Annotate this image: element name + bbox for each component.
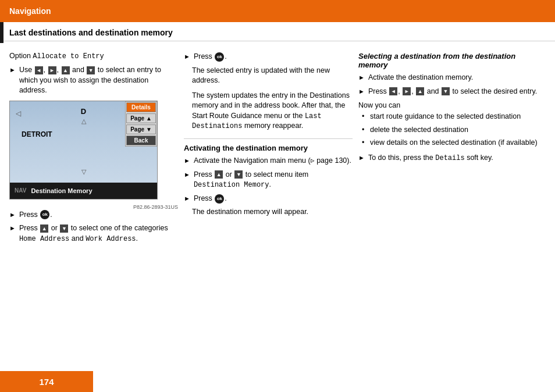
press-updown-item: ► Press ▲ or ▼ to select one of the cate… xyxy=(9,223,178,244)
activate-dest-text: Activate the destination memory. xyxy=(368,73,546,83)
use-buttons-item: ► Use ◄, ►, ▲ and ▼ to select an entry t… xyxy=(9,65,178,96)
right-btn-r: ► xyxy=(403,87,411,95)
nav-city: DETROIT xyxy=(22,130,52,138)
left-arrow-btn: ◄ xyxy=(35,66,43,74)
ok-btn-1: ok xyxy=(40,210,49,219)
sub-header: Last destinations and destination memory xyxy=(0,22,555,41)
nav-map: ◁ D △ DETROIT ▽ Details Page ▲ Page ▼ Ba… xyxy=(10,101,157,183)
activate-nav-item: ► Activate the Navigation main menu (▹ p… xyxy=(184,156,353,166)
up-btn-3: ▲ xyxy=(215,170,223,179)
activate-dest-item: ► Activate the destination memory. xyxy=(358,73,546,83)
press-select-item: ► Press ◄, ►, ▲ and ▼ to select the desi… xyxy=(358,87,546,97)
final-item-text: To do this, press the Details soft key. xyxy=(368,153,546,163)
option-mono: Allocate to Entry xyxy=(33,52,104,60)
activating-header: Activating the destination memory xyxy=(184,144,353,152)
nav-status-bar: NAV Destination Memory xyxy=(10,183,157,199)
up-arrow-btn: ▲ xyxy=(62,66,70,74)
details-mono: Details xyxy=(435,154,464,162)
press-ok-1-item: ► Press ok. xyxy=(9,210,178,220)
page-footer: 174 xyxy=(0,371,93,392)
header: Navigation xyxy=(0,0,555,22)
divider-1 xyxy=(184,138,353,139)
work-address-mono: Work Address xyxy=(86,235,136,243)
press-dest-item: ► Press ▲ or ▼ to select menu item Desti… xyxy=(184,170,353,190)
dot-list-item-2: delete the selected destination xyxy=(362,125,546,136)
details-btn[interactable]: Details xyxy=(126,102,156,112)
back-btn[interactable]: Back xyxy=(126,136,156,145)
arrow-icon-7: ► xyxy=(184,194,190,203)
system-updates-text: The system updates the entry in the Dest… xyxy=(192,91,353,132)
page-number: 174 xyxy=(39,377,54,387)
nav-buttons: Details Page ▲ Page ▼ Back xyxy=(125,101,157,147)
right-arrow-btn: ► xyxy=(48,66,56,74)
nav-image: ◁ D △ DETROIT ▽ Details Page ▲ Page ▼ Ba… xyxy=(9,101,158,199)
left-btn-r: ◄ xyxy=(389,87,397,95)
page-up-btn[interactable]: Page ▲ xyxy=(126,113,156,123)
arrow-icon-8: ► xyxy=(358,73,365,82)
sub-header-title: Last destinations and destination memory xyxy=(9,28,173,37)
nav-left-arrow: ◁ xyxy=(16,109,21,117)
down-arrow-btn: ▼ xyxy=(87,66,95,74)
image-caption: P82.86-2893-31US xyxy=(9,204,178,210)
up-btn-2: ▲ xyxy=(40,224,48,233)
nav-up-arrow: △ xyxy=(81,117,86,125)
ok-btn-2: ok xyxy=(215,52,224,62)
right-section-title: Selecting a destination from the destina… xyxy=(358,52,546,69)
left-column: Option Allocate to Entry ► Use ◄, ►, ▲ a… xyxy=(9,47,178,367)
activate-nav-text: Activate the Navigation main menu (▹ pag… xyxy=(194,156,353,166)
arrow-icon-10: ► xyxy=(358,154,365,162)
dot-list: start route guidance to the selected des… xyxy=(362,112,546,148)
arrow-icon-4: ► xyxy=(184,52,190,61)
down-btn-2: ▼ xyxy=(60,224,68,233)
dest-memory-appear-text: The destination memory will appear. xyxy=(192,207,353,218)
arrow-icon-3: ► xyxy=(9,224,16,233)
press-ok-2-text: Press ok. xyxy=(194,52,353,62)
middle-column: ► Press ok. The selected entry is update… xyxy=(184,47,353,367)
ok-btn-3: ok xyxy=(215,194,224,204)
press-ok-3-text: Press ok. xyxy=(194,194,353,204)
nav-d-label: D xyxy=(81,107,86,116)
last-dest-mono: Last Destinations xyxy=(192,112,322,131)
home-address-mono: Home Address xyxy=(19,235,69,243)
page-down-btn[interactable]: Page ▼ xyxy=(126,124,156,134)
dot-list-item-3: view details on the selected destination… xyxy=(362,138,546,148)
arrow-icon-5: ► xyxy=(184,156,190,165)
press-select-text: Press ◄, ►, ▲ and ▼ to select the desire… xyxy=(368,87,546,97)
option-label: Option Allocate to Entry xyxy=(9,52,178,60)
up-btn-r: ▲ xyxy=(416,87,424,95)
press-ok-3-item: ► Press ok. xyxy=(184,194,353,204)
main-content: Option Allocate to Entry ► Use ◄, ►, ▲ a… xyxy=(0,47,555,367)
use-buttons-text: Use ◄, ►, ▲ and ▼ to select an entry to … xyxy=(19,65,178,96)
entry-updated-text: The selected entry is updated with the n… xyxy=(192,66,353,86)
down-btn-r: ▼ xyxy=(442,87,450,95)
now-you-can-label: Now you can xyxy=(358,101,546,109)
down-btn-3: ▼ xyxy=(234,170,243,179)
final-item: ► To do this, press the Details soft key… xyxy=(358,153,546,163)
arrow-icon-9: ► xyxy=(358,87,365,96)
nav-label: NAV xyxy=(15,187,26,194)
press-dest-text: Press ▲ or ▼ to select menu item Destina… xyxy=(194,170,353,190)
press-ok-1-text: Press ok. xyxy=(19,210,178,220)
arrow-icon-1: ► xyxy=(9,66,16,74)
press-updown-text: Press ▲ or ▼ to select one of the catego… xyxy=(19,223,178,244)
arrow-icon-6: ► xyxy=(184,170,190,179)
header-title: Navigation xyxy=(9,6,51,16)
nav-down-arrow: ▽ xyxy=(81,168,86,176)
press-ok-2-item: ► Press ok. xyxy=(184,52,353,62)
right-column: Selecting a destination from the destina… xyxy=(358,47,546,367)
dot-list-item-1: start route guidance to the selected des… xyxy=(362,112,546,122)
arrow-icon-2: ► xyxy=(9,211,16,219)
dest-memory-mono: Destination Memory xyxy=(194,181,269,189)
dest-memory-label: Destination Memory xyxy=(31,187,92,194)
accent-bar xyxy=(0,22,3,43)
